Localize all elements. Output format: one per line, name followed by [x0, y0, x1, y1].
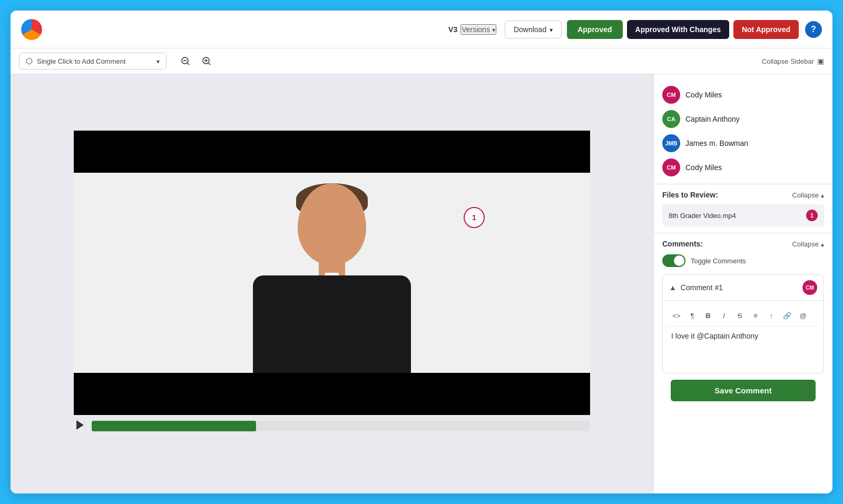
comment-collapse-icon[interactable]: ▲	[669, 283, 677, 292]
reviewer-row: CM Cody Miles	[662, 155, 824, 180]
svg-line-2	[188, 63, 189, 65]
approved-button[interactable]: Approved	[567, 20, 622, 39]
comment-title: Comment #1	[681, 283, 798, 292]
header: V3 Versions Download Approved Approved W…	[11, 11, 832, 48]
file-name: 8th Grader Video.mp4	[669, 212, 736, 220]
zoom-in-icon	[202, 56, 211, 66]
video-wrapper: 1	[74, 131, 590, 438]
reviewers-list: CM Cody Miles CA Captain Anthony JMB Jam…	[654, 74, 832, 184]
chevron-down-icon	[550, 25, 553, 34]
reviewer-row: JMB James m. Bowman	[662, 131, 824, 155]
video-black-top	[74, 131, 590, 173]
toggle-knob	[674, 255, 684, 266]
chevron-down-icon	[156, 57, 160, 65]
toolbar-row: ⬡ Single Click to Add Comment	[11, 48, 832, 74]
progress-bar-container[interactable]	[92, 421, 590, 431]
paragraph-button[interactable]: ¶	[685, 308, 700, 323]
comment-card-header: ▲ Comment #1 CM	[663, 275, 824, 300]
version-info: V3 Versions	[448, 24, 496, 35]
collapse-files-button[interactable]: Collapse	[792, 191, 824, 199]
comment-editor-content[interactable]: I love it @Captain Anthony	[667, 327, 819, 369]
approved-with-changes-button[interactable]: Approved With Changes	[627, 20, 729, 39]
help-button[interactable]: ?	[805, 21, 822, 38]
comments-section: Comments: Collapse Toggle Comments ▲	[654, 233, 832, 493]
list-button[interactable]: ≡	[748, 308, 763, 323]
video-person	[74, 173, 590, 373]
reviewer-row: CA Captain Anthony	[662, 107, 824, 131]
play-button[interactable]	[74, 419, 85, 433]
avatar: JMB	[662, 134, 680, 152]
bold-button[interactable]: B	[701, 308, 715, 323]
zoom-out-icon	[181, 56, 190, 66]
comments-title: Comments:	[662, 240, 703, 248]
play-icon	[74, 419, 85, 431]
toggle-comments-switch[interactable]	[662, 254, 685, 267]
zoom-controls	[177, 53, 215, 70]
video-black-bottom	[74, 373, 590, 415]
comment-card: ▲ Comment #1 CM <> ¶ B I S ≡ ↑	[662, 274, 824, 373]
chevron-down-icon	[492, 25, 495, 34]
avatar: CM	[662, 86, 680, 104]
collapse-comments-button[interactable]: Collapse	[792, 240, 824, 248]
files-section-header: Files to Review: Collapse	[662, 191, 824, 199]
strikethrough-button[interactable]: S	[732, 308, 747, 323]
app-logo	[21, 19, 42, 40]
italic-button[interactable]: I	[717, 308, 731, 323]
avatar: CM	[662, 159, 680, 176]
zoom-in-button[interactable]	[198, 53, 215, 70]
video-frame: 1	[74, 131, 590, 415]
reviewer-name: Captain Anthony	[685, 115, 740, 123]
reviewer-row: CM Cody Miles	[662, 83, 824, 107]
person-body	[253, 275, 411, 373]
collapse-sidebar-button[interactable]: Collapse Sidebar ▣	[762, 57, 824, 65]
reviewer-name: Cody Miles	[685, 163, 722, 172]
file-badge: 1	[806, 210, 818, 221]
svg-marker-7	[76, 420, 84, 430]
versions-dropdown[interactable]: Versions	[460, 24, 496, 35]
download-button[interactable]: Download	[505, 21, 562, 38]
link-button[interactable]: 🔗	[780, 308, 795, 323]
chevron-up-icon	[821, 240, 824, 248]
zoom-out-button[interactable]	[177, 53, 194, 70]
video-area: 1	[11, 74, 653, 493]
mention-button[interactable]: @	[796, 308, 810, 323]
editor-toolbar: <> ¶ B I S ≡ ↑ 🔗 @	[667, 305, 819, 327]
main-content: 1	[11, 74, 832, 493]
files-section-title: Files to Review:	[662, 191, 718, 199]
upload-button[interactable]: ↑	[764, 308, 779, 323]
comments-header: Comments: Collapse	[662, 240, 824, 248]
toggle-comments-label: Toggle Comments	[691, 257, 746, 265]
not-approved-button[interactable]: Not Approved	[733, 20, 799, 39]
avatar: CA	[662, 110, 680, 128]
comment-marker-1[interactable]: 1	[464, 207, 485, 228]
comment-mode-dropdown[interactable]: ⬡ Single Click to Add Comment	[19, 53, 166, 70]
sidebar-icon: ▣	[817, 57, 824, 65]
save-comment-button[interactable]: Save Comment	[671, 380, 816, 401]
sidebar: CM Cody Miles CA Captain Anthony JMB Jam…	[653, 74, 832, 493]
toggle-comments-row: Toggle Comments	[662, 254, 824, 267]
files-to-review-section: Files to Review: Collapse 8th Grader Vid…	[654, 184, 832, 233]
video-controls	[74, 415, 590, 438]
comment-editor: <> ¶ B I S ≡ ↑ 🔗 @ I love it @Captain An…	[663, 300, 824, 373]
version-label: V3	[448, 25, 457, 34]
video-container: 1	[11, 74, 653, 493]
chevron-up-icon	[821, 191, 824, 199]
code-button[interactable]: <>	[669, 308, 684, 323]
video-content[interactable]: 1	[74, 173, 590, 373]
reviewer-name: Cody Miles	[685, 91, 722, 99]
cursor-icon: ⬡	[26, 56, 33, 66]
svg-line-6	[209, 63, 210, 65]
file-row[interactable]: 8th Grader Video.mp4 1	[662, 204, 824, 226]
comment-avatar: CM	[802, 280, 817, 295]
reviewer-name: James m. Bowman	[685, 139, 748, 147]
progress-bar-fill	[92, 421, 256, 431]
